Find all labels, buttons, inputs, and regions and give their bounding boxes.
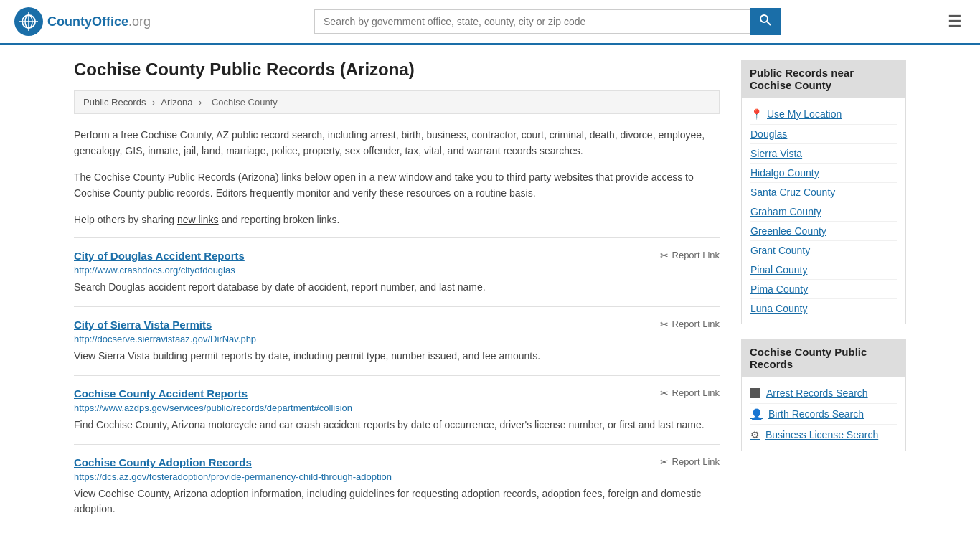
site-header: CountyOffice.org ☰ [0, 0, 980, 45]
breadcrumb-link-public-records[interactable]: Public Records [83, 97, 146, 108]
report-link-1[interactable]: ✂ Report Link [660, 319, 720, 330]
sidebar-nearby-content: 📍 Use My Location Douglas Sierra Vista H… [741, 98, 906, 324]
scissors-icon-2: ✂ [660, 387, 669, 399]
records-list: City of Douglas Accident Reports ✂ Repor… [74, 237, 720, 528]
birth-records-icon: 👤 [750, 408, 763, 420]
search-area [314, 8, 781, 35]
scissors-icon-0: ✂ [660, 250, 669, 261]
main-content: Cochise County Public Records (Arizona) … [74, 60, 720, 528]
record-item-2: Cochise County Accident Reports ✂ Report… [74, 375, 720, 444]
record-url-1[interactable]: http://docserve.sierravistaaz.gov/DirNav… [74, 334, 720, 344]
record-desc-0: Search Douglas accident report database … [74, 280, 720, 295]
breadcrumb-link-arizona[interactable]: Arizona [161, 97, 192, 108]
svg-line-6 [767, 22, 771, 25]
record-title-1[interactable]: City of Sierra Vista Permits [74, 319, 212, 331]
sidebar-link-sierra-vista[interactable]: Sierra Vista [750, 144, 897, 164]
sidebar: Public Records near Cochise County 📍 Use… [741, 60, 906, 528]
record-url-3[interactable]: https://dcs.az.gov/fosteradoption/provid… [74, 471, 720, 482]
page-title: Cochise County Public Records (Arizona) [74, 60, 720, 80]
record-item-1: City of Sierra Vista Permits ✂ Report Li… [74, 306, 720, 375]
record-item-3: Cochise County Adoption Records ✂ Report… [74, 444, 720, 528]
sidebar-birth-records-link[interactable]: 👤 Birth Records Search [750, 404, 897, 425]
record-item-0: City of Douglas Accident Reports ✂ Repor… [74, 237, 720, 306]
record-url-2[interactable]: https://www.azdps.gov/services/public/re… [74, 402, 720, 413]
description-2: The Cochise County Public Records (Arizo… [74, 169, 720, 202]
record-title-0[interactable]: City of Douglas Accident Reports [74, 250, 245, 262]
logo-icon [14, 7, 43, 36]
sidebar-link-pima[interactable]: Pima County [750, 280, 897, 299]
sidebar-nearby-section: Public Records near Cochise County 📍 Use… [741, 60, 906, 324]
sidebar-link-greenlee[interactable]: Greenlee County [750, 222, 897, 241]
sidebar-nearby-header: Public Records near Cochise County [741, 60, 906, 98]
arrest-records-icon [750, 388, 760, 398]
sidebar-records-header: Cochise County Public Records [741, 339, 906, 377]
sidebar-records-content: Arrest Records Search 👤 Birth Records Se… [741, 377, 906, 451]
search-button[interactable] [750, 8, 781, 35]
main-container: Cochise County Public Records (Arizona) … [60, 45, 920, 542]
location-pin-icon: 📍 [750, 108, 763, 120]
report-link-0[interactable]: ✂ Report Link [660, 250, 720, 261]
description-1: Perform a free Cochise County, AZ public… [74, 127, 720, 159]
sidebar-link-grant[interactable]: Grant County [750, 241, 897, 260]
sidebar-link-luna[interactable]: Luna County [750, 299, 897, 318]
sidebar-link-pinal[interactable]: Pinal County [750, 260, 897, 280]
sidebar-link-hidalgo[interactable]: Hidalgo County [750, 164, 897, 183]
record-desc-1: View Sierra Vista building permit report… [74, 349, 720, 364]
record-desc-2: Find Cochise County, Arizona motorcycle … [74, 418, 720, 433]
new-links-link[interactable]: new links [177, 214, 219, 225]
scissors-icon-3: ✂ [660, 456, 669, 468]
hamburger-menu-button[interactable]: ☰ [944, 9, 966, 34]
logo-text: CountyOffice.org [47, 14, 151, 29]
sidebar-arrest-records-link[interactable]: Arrest Records Search [750, 383, 897, 404]
breadcrumb: Public Records › Arizona › Cochise Count… [74, 90, 720, 114]
record-url-0[interactable]: http://www.crashdocs.org/cityofdouglas [74, 265, 720, 276]
use-my-location-link[interactable]: Use My Location [767, 108, 842, 120]
report-link-2[interactable]: ✂ Report Link [660, 387, 720, 399]
use-my-location-item[interactable]: 📍 Use My Location [750, 104, 897, 125]
report-link-3[interactable]: ✂ Report Link [660, 456, 720, 468]
sidebar-link-santa-cruz[interactable]: Santa Cruz County [750, 183, 897, 202]
search-input[interactable] [314, 9, 750, 34]
business-license-icon: ⚙ [750, 429, 760, 441]
description-3: Help others by sharing new links and rep… [74, 212, 720, 227]
record-title-2[interactable]: Cochise County Accident Reports [74, 387, 248, 400]
record-desc-3: View Cochise County, Arizona adoption in… [74, 486, 720, 517]
record-title-3[interactable]: Cochise County Adoption Records [74, 456, 252, 468]
sidebar-business-license-link[interactable]: ⚙ Business License Search [750, 425, 897, 445]
breadcrumb-current: Cochise County [212, 97, 278, 108]
svg-point-5 [760, 15, 768, 22]
logo-area: CountyOffice.org [14, 7, 151, 36]
sidebar-records-section: Cochise County Public Records Arrest Rec… [741, 339, 906, 451]
sidebar-link-douglas[interactable]: Douglas [750, 125, 897, 144]
scissors-icon-1: ✂ [660, 319, 669, 330]
sidebar-link-graham[interactable]: Graham County [750, 202, 897, 222]
